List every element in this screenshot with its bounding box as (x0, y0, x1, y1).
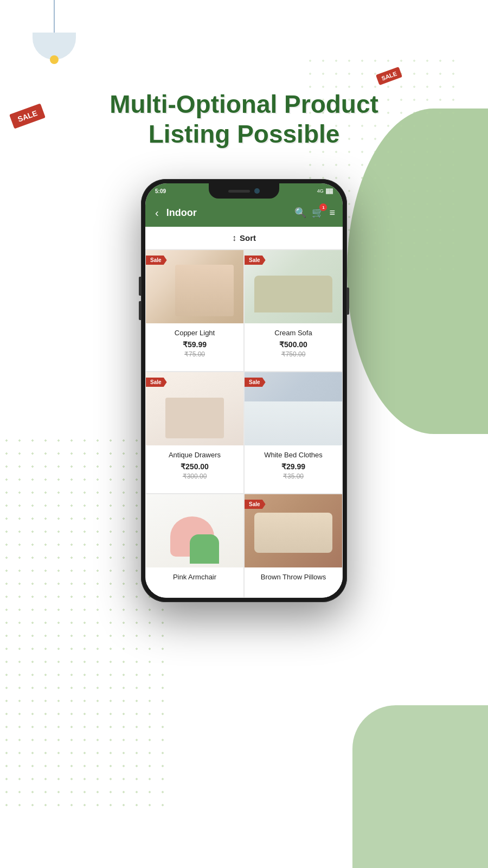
product-card-white-bed-clothes[interactable]: Sale White Bed Clothes ₹29.99 ₹35.00 (245, 372, 342, 493)
sale-badge-white-bed-clothes: Sale (245, 378, 266, 387)
phone-notch (209, 183, 279, 199)
product-price-white-bed-clothes: ₹29.99 (250, 462, 337, 471)
product-price-copper-light: ₹59.99 (151, 340, 238, 349)
product-price-antique-drawers: ₹250.00 (151, 462, 238, 471)
sort-label: Sort (240, 233, 256, 242)
product-card-antique-drawers[interactable]: Sale Antique Drawers ₹250.00 ₹300.00 (146, 372, 243, 493)
headline-section: Multi-Optional Product Listing Possible (0, 90, 488, 149)
product-name-cream-sofa: Cream Sofa (250, 329, 337, 337)
volume-button-down (139, 301, 141, 320)
battery-icon: ▓▓ (326, 188, 333, 194)
headline-line2: Listing Possible (149, 120, 340, 148)
phone-screen: 5:09 ... 4G ▓▓ ‹ Indoor 🔍 🛒 1 ≡ (145, 183, 343, 598)
product-info-brown-throw-pillows: Brown Throw Pillows (245, 567, 342, 591)
product-original-price-white-bed-clothes: ₹35.00 (250, 473, 337, 480)
product-info-copper-light: Copper Light ₹59.99 ₹75.00 (146, 323, 243, 365)
lamp-shade (33, 33, 76, 60)
cart-badge: 1 (319, 203, 327, 211)
headline-line1: Multi-Optional Product (110, 90, 378, 118)
product-name-pink-armchair: Pink Armchair (151, 573, 238, 581)
product-price-cream-sofa: ₹500.00 (250, 340, 337, 349)
product-card-pink-armchair[interactable]: Pink Armchair (146, 494, 243, 597)
sale-badge-brown-throw-pillows: Sale (245, 500, 266, 509)
product-image-pink-armchair (146, 494, 243, 567)
product-name-copper-light: Copper Light (151, 329, 238, 337)
nav-title: Indoor (166, 207, 290, 219)
lamp-cord (54, 0, 55, 33)
bg-blob-2 (352, 705, 488, 868)
lamp-decoration (33, 0, 76, 87)
phone-mockup: 5:09 ... 4G ▓▓ ‹ Indoor 🔍 🛒 1 ≡ (141, 179, 347, 602)
product-grid: Sale Copper Light ₹59.99 ₹75.00 Sale (145, 250, 343, 598)
pink-armchair-image (146, 494, 243, 567)
search-icon[interactable]: 🔍 (294, 207, 306, 219)
product-info-white-bed-clothes: White Bed Clothes ₹29.99 ₹35.00 (245, 445, 342, 487)
product-name-antique-drawers: Antique Drawers (151, 451, 238, 459)
back-button[interactable]: ‹ (153, 205, 161, 221)
status-right-icons: 4G ▓▓ (317, 188, 333, 194)
product-image-antique-drawers: Sale (146, 372, 243, 445)
front-camera (254, 188, 260, 194)
product-original-price-copper-light: ₹75.00 (151, 350, 238, 358)
product-image-white-bed-clothes: Sale (245, 372, 342, 445)
phone-frame: 5:09 ... 4G ▓▓ ‹ Indoor 🔍 🛒 1 ≡ (141, 179, 347, 602)
sale-badge-copper-light: Sale (146, 256, 167, 265)
product-image-copper-light: Sale (146, 250, 243, 323)
product-info-cream-sofa: Cream Sofa ₹500.00 ₹750.00 (245, 323, 342, 365)
signal-icon: 4G (317, 188, 324, 194)
product-image-brown-throw-pillows: Sale (245, 494, 342, 567)
product-card-copper-light[interactable]: Sale Copper Light ₹59.99 ₹75.00 (146, 250, 243, 371)
volume-button-up (139, 277, 141, 296)
headline-text: Multi-Optional Product Listing Possible (33, 90, 455, 149)
menu-icon[interactable]: ≡ (329, 207, 335, 219)
product-info-antique-drawers: Antique Drawers ₹250.00 ₹300.00 (146, 445, 243, 487)
product-original-price-antique-drawers: ₹300.00 (151, 473, 238, 480)
product-card-cream-sofa[interactable]: Sale Cream Sofa ₹500.00 ₹750.00 (245, 250, 342, 371)
cart-icon[interactable]: 🛒 1 (312, 207, 324, 219)
product-name-white-bed-clothes: White Bed Clothes (250, 451, 337, 459)
product-image-cream-sofa: Sale (245, 250, 342, 323)
product-info-pink-armchair: Pink Armchair (146, 567, 243, 591)
sale-badge-antique-drawers: Sale (146, 378, 167, 387)
sale-badge-cream-sofa: Sale (245, 256, 266, 265)
nav-icons-group: 🔍 🛒 1 ≡ (294, 207, 335, 219)
sort-icon: ↕ (232, 233, 236, 243)
top-navigation: ‹ Indoor 🔍 🛒 1 ≡ (145, 199, 343, 227)
product-card-brown-throw-pillows[interactable]: Sale Brown Throw Pillows (245, 494, 342, 597)
power-button (347, 288, 349, 315)
product-name-brown-throw-pillows: Brown Throw Pillows (250, 573, 337, 581)
lamp-bulb (50, 55, 59, 64)
product-original-price-cream-sofa: ₹750.00 (250, 350, 337, 358)
status-time: 5:09 (155, 188, 166, 194)
sort-bar[interactable]: ↕ Sort (145, 227, 343, 250)
speaker (228, 190, 250, 193)
